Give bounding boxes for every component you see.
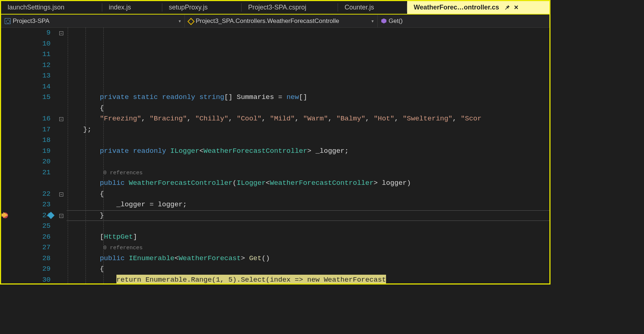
code-editor[interactable]: 9101112131415161718192021222324252627282… [1,28,549,283]
code-line[interactable] [67,156,549,167]
line-number[interactable]: 11 [16,49,51,60]
close-icon[interactable]: ✕ [514,4,518,11]
tab-index-js[interactable]: index.js [102,1,162,14]
codelens[interactable]: 0 references [67,167,549,178]
nav-member-label: Get() [389,17,403,25]
line-number[interactable]: 17 [16,124,51,135]
line-number[interactable]: 28 [16,253,51,264]
tab-label: index.js [109,4,131,11]
nav-project-dropdown[interactable]: Project3-SPA ▾ [1,15,185,27]
line-number[interactable]: 13 [16,71,51,81]
line-number[interactable]: 10 [16,39,51,49]
codelens[interactable]: 0 references [67,242,549,253]
fold-toggle-icon[interactable] [59,192,63,196]
line-number[interactable]: 29 [16,264,51,275]
code-line[interactable]: { [67,189,549,200]
line-number[interactable]: 21 [16,167,51,178]
fold-toggle-icon[interactable] [59,214,63,218]
line-number[interactable]: 12 [16,60,51,71]
line-number[interactable]: 19 [16,146,51,157]
line-number[interactable]: 23 [16,199,51,210]
code-line[interactable]: } [67,210,549,221]
tab-csproj[interactable]: Project3-SPA.csproj [242,1,338,14]
tab-launchsettings[interactable]: launchSettings.json [1,1,102,14]
code-area[interactable]: private static readonly string[] Summari… [67,28,549,283]
line-number[interactable]: 20 [16,156,51,167]
code-line[interactable]: { [67,103,549,114]
code-line[interactable] [67,135,549,146]
line-number-gutter[interactable]: 9101112131415161718192021222324252627282… [16,28,56,283]
tab-label: launchSettings.json [8,4,64,11]
line-number[interactable]: 30 [16,275,51,284]
csproj-icon [5,18,11,24]
line-number[interactable]: 25 [16,221,51,232]
line-number[interactable]: 26 [16,232,51,243]
tab-label: setupProxy.js [169,4,208,11]
tab-label: Counter.js [345,4,374,11]
navigation-bar: Project3-SPA ▾ Project3_SPA.Controllers.… [1,15,549,28]
code-line[interactable]: private static readonly string[] Summari… [67,92,549,103]
line-number[interactable]: 18 [16,135,51,146]
code-line[interactable] [67,221,549,232]
method-icon [381,19,386,24]
code-line[interactable]: "Freezing", "Bracing", "Chilly", "Cool",… [67,114,549,124]
code-line[interactable]: public WeatherForecastController(ILogger… [67,178,549,189]
tab-weatherforecastcontroller[interactable]: WeatherForec…ontroller.cs 📌︎ ✕ [407,1,549,14]
code-line[interactable]: public IEnumerable<WeatherForecast> Get(… [67,253,549,264]
fold-gutter[interactable] [56,28,67,283]
fold-toggle-icon[interactable] [59,31,63,35]
line-number[interactable]: 27 [16,242,51,253]
line-number[interactable]: 15 [16,92,51,103]
glyph-margin[interactable] [1,28,16,283]
line-number[interactable]: 22 [16,189,51,200]
tab-strip: launchSettings.json index.js setupProxy.… [1,1,549,15]
line-number[interactable]: 16 [16,114,51,124]
code-line[interactable]: return Enumerable.Range(1, 5).Select(ind… [67,275,549,284]
code-line[interactable]: private readonly ILogger<WeatherForecast… [67,146,549,157]
nav-member-dropdown[interactable]: Get() [378,15,549,27]
line-number[interactable]: 24 [16,210,51,221]
fold-toggle-icon[interactable] [59,117,63,121]
line-number[interactable] [16,178,51,189]
execution-pointer-icon [3,212,8,218]
tab-setupproxy-js[interactable]: setupProxy.js [162,1,242,14]
class-icon [187,18,195,25]
nav-project-label: Project3-SPA [13,17,49,25]
nav-class-dropdown[interactable]: Project3_SPA.Controllers.WeatherForecast… [185,15,378,27]
tab-label: WeatherForec…ontroller.cs [414,4,499,11]
tab-label: Project3-SPA.csproj [248,4,306,11]
code-line[interactable]: [HttpGet] [67,232,549,243]
code-line[interactable]: _logger = logger; [67,199,549,210]
code-line[interactable]: { [67,264,549,275]
chevron-down-icon: ▾ [371,19,374,24]
chevron-down-icon: ▾ [179,19,181,24]
code-line[interactable]: }; [67,124,549,135]
line-number[interactable] [16,103,51,114]
line-number[interactable]: 9 [16,28,51,39]
nav-class-label: Project3_SPA.Controllers.WeatherForecast… [196,17,339,25]
tab-counter-js[interactable]: Counter.js [338,1,407,14]
pin-icon[interactable]: 📌︎ [504,4,510,11]
line-number[interactable]: 14 [16,81,51,92]
